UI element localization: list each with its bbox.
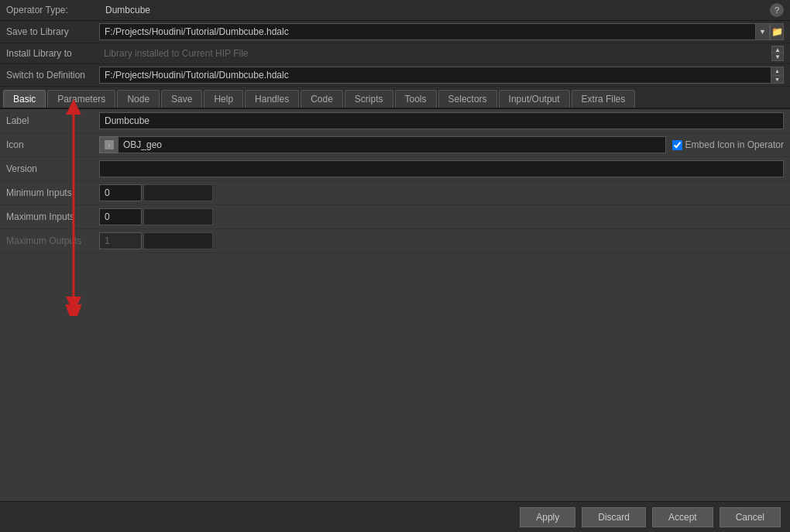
operator-type-label: Operator Type: xyxy=(6,5,99,15)
content-spacer xyxy=(0,253,790,486)
content-area: Label Icon i Embed Icon in Operator xyxy=(0,109,790,532)
svg-text:i: i xyxy=(108,142,110,149)
tab-basic[interactable]: Basic xyxy=(3,90,46,108)
icon-row: Icon i Embed Icon in Operator xyxy=(0,133,790,157)
tab-scripts[interactable]: Scripts xyxy=(345,90,393,108)
icon-field-label: Icon xyxy=(6,139,99,150)
save-to-library-label: Save to Library xyxy=(6,26,99,37)
max-outputs-row: Maximum Outputs xyxy=(0,229,790,253)
min-inputs-row: Minimum Inputs xyxy=(0,181,790,205)
tab-node[interactable]: Node xyxy=(117,90,160,108)
embed-icon-label: Embed Icon in Operator xyxy=(685,139,784,150)
switch-definition-up[interactable]: ▲ xyxy=(771,67,783,76)
min-inputs-input[interactable] xyxy=(99,184,142,201)
accept-button[interactable]: Accept xyxy=(652,507,713,527)
top-bar: Operator Type: Dumbcube ? xyxy=(0,0,790,21)
max-outputs-slider[interactable] xyxy=(143,232,213,249)
operator-type-value: Dumbcube xyxy=(105,5,150,15)
install-library-down[interactable]: ▼ xyxy=(771,53,784,61)
icon-picker-button[interactable]: i xyxy=(99,136,118,153)
tab-help[interactable]: Help xyxy=(204,90,243,108)
help-icon[interactable]: ? xyxy=(770,3,784,17)
tab-tools[interactable]: Tools xyxy=(395,90,437,108)
discard-button[interactable]: Discard xyxy=(582,507,646,527)
tab-code[interactable]: Code xyxy=(301,90,343,108)
min-inputs-label: Minimum Inputs xyxy=(6,187,99,198)
embed-icon-container: Embed Icon in Operator xyxy=(672,139,784,150)
embed-icon-checkbox[interactable] xyxy=(672,140,682,150)
min-inputs-slider[interactable] xyxy=(143,184,213,201)
save-to-library-input[interactable] xyxy=(99,23,756,40)
tab-selectors[interactable]: Selectors xyxy=(438,90,497,108)
save-to-library-dropdown[interactable]: ▼ xyxy=(756,23,770,40)
label-field-label: Label xyxy=(6,115,99,126)
tab-extra-files[interactable]: Extra Files xyxy=(572,90,636,108)
version-field-label: Version xyxy=(6,163,99,174)
install-library-label: Install Library to xyxy=(6,48,99,59)
tabs-bar: Basic Parameters Node Save Help Handles … xyxy=(0,87,790,109)
max-inputs-input[interactable] xyxy=(99,208,142,225)
max-inputs-label: Maximum Inputs xyxy=(6,211,99,222)
icon-field-input[interactable] xyxy=(118,136,666,153)
apply-button[interactable]: Apply xyxy=(520,507,575,527)
max-inputs-slider[interactable] xyxy=(143,208,213,225)
version-row: Version xyxy=(0,157,790,181)
save-to-library-browse[interactable]: 📁 xyxy=(770,23,784,40)
install-library-text: Library installed to Current HIP File xyxy=(99,46,253,60)
save-to-library-row: Save to Library ▼ 📁 xyxy=(0,21,790,43)
tab-handles[interactable]: Handles xyxy=(245,90,299,108)
tab-save[interactable]: Save xyxy=(161,90,202,108)
switch-definition-down[interactable]: ▼ xyxy=(771,76,783,84)
bottom-bar: Apply Discard Accept Cancel xyxy=(0,501,790,532)
main-window: Operator Type: Dumbcube ? Save to Librar… xyxy=(0,0,790,532)
tab-parameters[interactable]: Parameters xyxy=(47,90,115,108)
cancel-button[interactable]: Cancel xyxy=(720,507,781,527)
tab-input-output[interactable]: Input/Output xyxy=(499,90,570,108)
max-inputs-row: Maximum Inputs xyxy=(0,205,790,229)
switch-to-definition-row: Switch to Definition ▲ ▼ xyxy=(0,64,790,87)
max-outputs-label: Maximum Outputs xyxy=(6,235,99,246)
label-row: Label xyxy=(0,109,790,133)
switch-to-definition-input[interactable] xyxy=(99,67,771,84)
label-field-input[interactable] xyxy=(99,112,784,129)
install-library-row: Install Library to Library installed to … xyxy=(0,43,790,64)
version-field-input[interactable] xyxy=(99,160,784,177)
switch-to-definition-label: Switch to Definition xyxy=(6,70,99,81)
install-library-up[interactable]: ▲ xyxy=(771,46,784,53)
max-outputs-input[interactable] xyxy=(99,232,142,249)
